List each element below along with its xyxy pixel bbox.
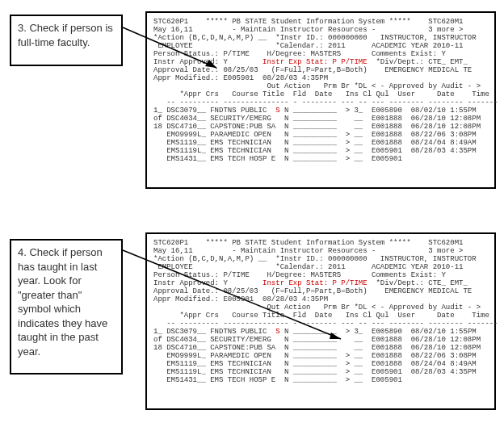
instruction-note-2: 4. Check if person has taught in last ye… [10,239,123,375]
terminal-panel-1: STC620P1 ***** PB STATE Student Informat… [145,11,496,189]
instruction-note-1: 3. Check if person is full-time faculty. [10,15,123,66]
terminal-panel-2: STC620P1 ***** PB STATE Student Informat… [145,232,496,410]
note-2-text: 4. Check if person has taught in last ye… [18,246,107,358]
note-1-text: 3. Check if person is full-time faculty. [18,22,113,48]
